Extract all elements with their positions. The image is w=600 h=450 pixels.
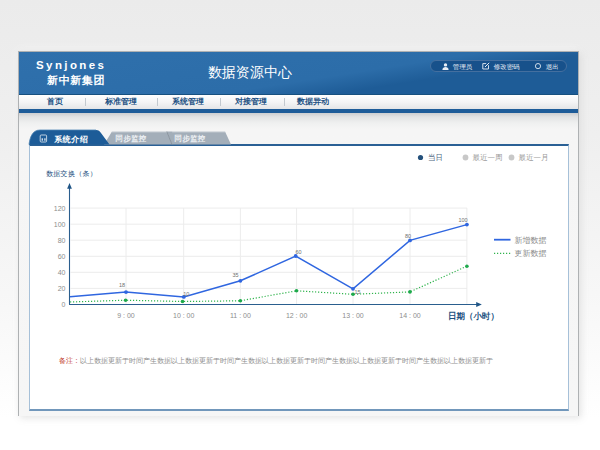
svg-text:40: 40: [58, 269, 66, 276]
svg-text:15: 15: [354, 289, 360, 295]
svg-text:80: 80: [58, 237, 66, 244]
svg-text:同步监控: 同步监控: [174, 134, 205, 143]
svg-text:最近一月: 最近一月: [519, 153, 549, 162]
svg-text:最近一周: 最近一周: [473, 153, 503, 162]
svg-text:新增数据: 新增数据: [515, 236, 547, 245]
svg-text:12 : 00: 12 : 00: [286, 312, 308, 319]
svg-text:60: 60: [295, 249, 301, 255]
svg-text:9 : 00: 9 : 00: [117, 312, 135, 319]
svg-text:60: 60: [58, 253, 66, 260]
svg-text:11 : 00: 11 : 00: [230, 312, 251, 319]
svg-text:18: 18: [119, 282, 125, 288]
svg-text:20: 20: [58, 285, 66, 292]
svg-text:35: 35: [232, 272, 238, 278]
svg-text:备注：以上数据更新于时间产生数据以上数据更新于时间产生数据以: 备注：以上数据更新于时间产生数据以上数据更新于时间产生数据以上数据更新于时间产生…: [59, 356, 493, 365]
svg-text:80: 80: [405, 233, 411, 239]
svg-text:同步监控: 同步监控: [115, 134, 146, 143]
svg-text:10 : 00: 10 : 00: [173, 312, 195, 319]
svg-text:14 : 00: 14 : 00: [399, 312, 421, 319]
svg-text:当日: 当日: [428, 153, 443, 162]
svg-text:更新数据: 更新数据: [515, 249, 547, 258]
svg-text:日期（小时）: 日期（小时）: [448, 311, 499, 321]
svg-text:100: 100: [458, 217, 467, 223]
svg-text:120: 120: [54, 205, 66, 212]
svg-text:0: 0: [62, 301, 66, 308]
svg-text:100: 100: [54, 221, 66, 228]
svg-text:系统介绍: 系统介绍: [53, 134, 88, 144]
svg-text:10: 10: [183, 291, 189, 297]
svg-text:数据交换（条）: 数据交换（条）: [46, 170, 97, 178]
svg-text:13 : 00: 13 : 00: [342, 312, 364, 319]
